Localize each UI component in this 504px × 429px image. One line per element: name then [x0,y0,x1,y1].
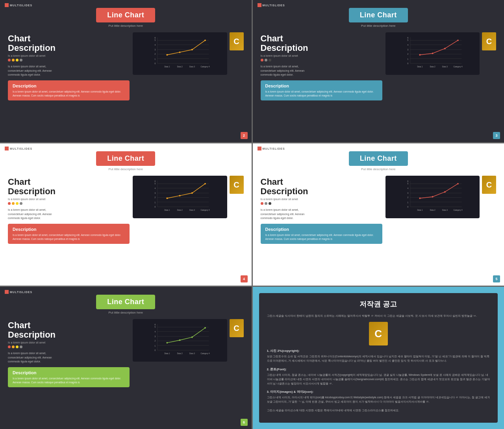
svg-point-63 [179,195,181,197]
lorem-small-2: Is a lorem ipsum dolor sit amet [261,54,382,57]
svg-text:Data 3: Data 3 [189,66,195,68]
svg-text:5: 5 [155,183,156,185]
logo-4: MULTISLIDES [258,147,285,150]
subtitle-3: Put little description here [108,167,143,171]
slide-2: MULTISLIDES Line Chart Put little descri… [253,0,504,142]
chart-logo-4: 0 1 2 3 4 5 6 Data 1 Data 2 Data 3 Categ… [385,176,496,218]
svg-text:1: 1 [155,202,156,204]
content-area-4: ChartDescription Is a lorem ipsum dolor … [261,174,497,279]
chart-svg-5: 0 1 2 3 4 5 6 Data 1 Data 2 Data 3 Categ… [137,322,223,358]
svg-text:Data 3: Data 3 [189,209,195,211]
copyright-s2-title: 2. 폰트(Font): [267,367,490,371]
svg-text:2: 2 [407,53,408,55]
copyright-title: 저작권 공고 [267,299,490,309]
desc-box-2: Description Is a lorem ipsum dolor sit a… [261,80,382,101]
svg-text:5: 5 [155,39,156,41]
svg-text:Category 4: Category 4 [201,209,210,211]
svg-point-85 [432,196,434,198]
dots-5 [8,345,130,348]
right-section-4: 0 1 2 3 4 5 6 Data 1 Data 2 Data 3 Categ… [385,176,496,278]
left-section-2: ChartDescription Is a lorem ipsum dolor … [261,32,382,134]
svg-text:Category 4: Category 4 [453,66,462,68]
logo-square-2 [258,3,261,7]
svg-text:Data 1: Data 1 [165,209,170,211]
dot-3-4 [20,202,22,205]
logo-square-4 [258,147,261,150]
svg-text:4: 4 [407,44,408,46]
dot-3-2 [12,202,15,205]
title-button-5[interactable]: Line Chart [96,295,155,309]
svg-text:2: 2 [155,340,156,342]
svg-point-64 [191,192,193,194]
copyright-section-3: 3. 이미지(images) & 여이2(con): 그린스 내역 사이의, 아… [267,390,490,404]
main-grid: MULTISLIDES Line Chart Put little descri… [0,0,504,429]
right-section-2: 0 1 2 3 4 5 6 Data 1 Data 2 Data 3 Categ… [385,32,496,134]
left-section-1: ChartDescription Is a lorem ipsum dolor … [8,32,130,134]
logo-text-4: MULTISLIDES [263,147,285,150]
dot-1-4 [20,59,22,61]
svg-point-65 [204,183,206,184]
title-button-2[interactable]: Line Chart [349,8,408,22]
svg-text:2: 2 [155,197,156,199]
svg-text:Data 3: Data 3 [442,209,448,211]
dots-1 [8,59,130,61]
svg-point-62 [167,197,168,199]
lorem-small-3: Is a lorem ipsum dolor sit amet [8,198,130,201]
svg-text:Data 2: Data 2 [430,209,435,211]
dot-5-2 [12,345,15,348]
lorem-para-3: Is a lorem ipsum dolor sit amet,consecte… [8,208,130,221]
title-button-4[interactable]: Line Chart [349,151,408,166]
svg-point-106 [167,342,168,344]
svg-point-108 [191,336,193,338]
left-section-5: ChartDescription Is a lorem ipsum dolor … [8,319,130,421]
copyright-intro: 그린스 세글슬 식사야서 한배이 남완의 첨의의 소위하는 사례에는 말어주사서… [267,314,490,318]
c-logo-3: C [230,176,244,194]
svg-text:6: 6 [407,180,408,182]
chart-card-5: 0 1 2 3 4 5 6 Data 1 Data 2 Data 3 Categ… [133,319,227,362]
desc-box-3: Description Is a lorem ipsum dolor sit a… [8,224,130,244]
dot-4-1 [261,202,263,205]
logo-1: MULTISLIDES [5,3,32,7]
title-button-3[interactable]: Line Chart [96,151,155,166]
svg-point-19 [179,52,181,53]
dot-5-4 [20,345,22,348]
title-button-1[interactable]: Line Chart [96,8,155,22]
svg-text:3: 3 [407,49,408,51]
svg-text:1: 1 [407,202,408,204]
desc-text-3: Is a lorem ipsum dolor sit amet, consect… [13,233,125,241]
lorem-small-1: Is a lorem ipsum dolor sit amet [8,54,130,57]
dot-3-3 [16,202,19,205]
svg-text:4: 4 [155,44,156,46]
copyright-c-logo-wrap: C [267,322,490,345]
desc-text-1: Is a lorem ipsum dolor sit amet, consect… [13,90,125,98]
svg-point-20 [191,49,193,50]
svg-text:Category 4: Category 4 [201,353,210,355]
svg-point-18 [167,54,168,56]
chart-svg-3: 0 1 2 3 4 5 6 Data 1 Data 2 Data 3 Categ… [137,179,223,214]
desc-box-1: Description Is a lorem ipsum dolor sit a… [8,80,130,101]
svg-text:Category 4: Category 4 [453,209,462,211]
svg-text:0: 0 [407,63,408,65]
desc-title-1: Description [13,84,125,88]
dot-5-3 [16,345,19,348]
svg-point-41 [432,53,434,54]
chart-svg-4: 0 1 2 3 4 5 6 Data 1 Data 2 Data 3 Categ… [389,179,476,214]
dot-3-1 [8,202,11,205]
svg-text:Data 2: Data 2 [177,66,183,68]
desc-box-5: Description Is a lorem ipsum dolor sit a… [8,367,130,388]
subtitle-2: Put little description here [361,24,396,28]
chart-logo-5: 0 1 2 3 4 5 6 Data 1 Data 2 Data 3 Categ… [133,319,243,362]
svg-text:3: 3 [407,192,408,194]
svg-text:Data 1: Data 1 [165,66,170,68]
copyright-section-4: 그린스 세글슬 라이선스에 대한 시면한 사항은 쪽에이서야네에 내역에 시면한… [267,408,490,412]
logo-3: MULTISLIDES [5,147,32,150]
chart-title-4: ChartDescription [261,177,382,196]
c-logo-5: C [230,319,244,337]
dot-2-1 [261,59,263,61]
dots-4 [261,202,382,205]
page-num-5: 6 [241,419,248,426]
slide-3: MULTISLIDES Line Chart Put little descri… [0,143,252,286]
lorem-small-4: Is a lorem ipsum dolor sit amet [261,198,382,201]
page-num-4: 5 [493,275,500,282]
content-area-1: ChartDescription Is a lorem ipsum dolor … [8,31,244,136]
